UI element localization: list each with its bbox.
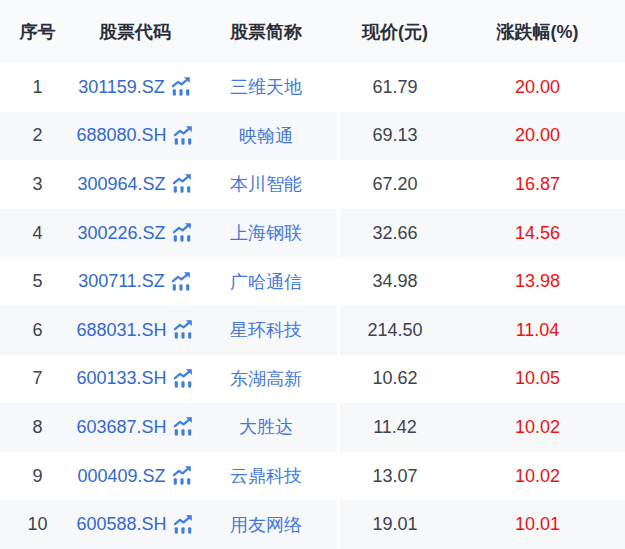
header-seq: 序号 (0, 0, 75, 63)
change-cell: 16.87 (450, 160, 625, 209)
header-name: 股票简称 (195, 0, 337, 63)
change-cell: 20.00 (450, 112, 625, 161)
stock-name-link[interactable]: 本川智能 (195, 160, 337, 209)
header-change: 涨跌幅(%) (450, 0, 625, 63)
stock-code-link[interactable]: 600588.SH (76, 514, 166, 535)
trend-chart-icon[interactable] (170, 75, 192, 97)
trend-chart-icon[interactable] (172, 124, 194, 146)
price-cell: 214.50 (340, 306, 450, 355)
code-cell: 603687.SH (75, 403, 195, 452)
change-cell: 10.02 (450, 403, 625, 452)
stock-code-link[interactable]: 300711.SZ (78, 271, 165, 292)
stock-code-link[interactable]: 000409.SZ (77, 466, 165, 487)
price-cell: 32.66 (340, 209, 450, 258)
stock-name-link[interactable]: 大胜达 (195, 403, 337, 452)
code-cell: 600588.SH (75, 500, 195, 549)
trend-chart-icon[interactable] (171, 172, 193, 194)
seq-cell: 10 (0, 500, 75, 549)
stock-code-link[interactable]: 688031.SH (76, 320, 166, 341)
table-row: 1 301159.SZ 三维天地 61.79 20.00 (0, 63, 625, 112)
price-cell: 34.98 (340, 257, 450, 306)
stock-name-link[interactable]: 东湖高新 (195, 355, 337, 404)
table-row: 10 600588.SH 用友网络 19.01 10.01 (0, 500, 625, 549)
stock-name-link[interactable]: 星环科技 (195, 306, 337, 355)
table-header: 序号 股票代码 股票简称 现价(元) 涨跌幅(%) (0, 0, 625, 63)
trend-chart-icon[interactable] (172, 367, 194, 389)
change-cell: 10.05 (450, 355, 625, 404)
stock-name-link[interactable]: 三维天地 (195, 63, 337, 112)
price-cell: 11.42 (340, 403, 450, 452)
seq-cell: 6 (0, 306, 75, 355)
stock-name-link[interactable]: 用友网络 (195, 500, 337, 549)
code-cell: 688080.SH (75, 112, 195, 161)
stock-name-link[interactable]: 上海钢联 (195, 209, 337, 258)
price-cell: 69.13 (340, 112, 450, 161)
seq-cell: 4 (0, 209, 75, 258)
stock-name-link[interactable]: 广哈通信 (195, 257, 337, 306)
trend-chart-icon[interactable] (172, 415, 194, 437)
trend-chart-icon[interactable] (172, 513, 194, 535)
header-code: 股票代码 (75, 0, 195, 63)
change-cell: 11.04 (450, 306, 625, 355)
stock-code-link[interactable]: 301159.SZ (78, 77, 165, 98)
code-cell: 600133.SH (75, 355, 195, 404)
seq-cell: 9 (0, 452, 75, 501)
trend-chart-icon[interactable] (171, 464, 193, 486)
code-cell: 000409.SZ (75, 452, 195, 501)
price-cell: 13.07 (340, 452, 450, 501)
code-cell: 301159.SZ (75, 63, 195, 112)
stock-code-link[interactable]: 300964.SZ (77, 174, 165, 195)
code-cell: 300226.SZ (75, 209, 195, 258)
stock-ranking-table: 序号 股票代码 股票简称 现价(元) 涨跌幅(%) 1 301159.SZ 三维… (0, 0, 625, 549)
seq-cell: 5 (0, 257, 75, 306)
seq-cell: 1 (0, 63, 75, 112)
code-cell: 300711.SZ (75, 257, 195, 306)
stock-name-link[interactable]: 云鼎科技 (195, 452, 337, 501)
seq-cell: 2 (0, 112, 75, 161)
seq-cell: 3 (0, 160, 75, 209)
change-cell: 14.56 (450, 209, 625, 258)
table-row: 5 300711.SZ 广哈通信 34.98 13.98 (0, 257, 625, 306)
table-row: 9 000409.SZ 云鼎科技 13.07 10.02 (0, 452, 625, 501)
table-body: 1 301159.SZ 三维天地 61.79 20.00 2 688080.SH (0, 63, 625, 549)
change-cell: 13.98 (450, 257, 625, 306)
table-row: 8 603687.SH 大胜达 11.42 10.02 (0, 403, 625, 452)
table-row: 7 600133.SH 东湖高新 10.62 10.05 (0, 355, 625, 404)
seq-cell: 7 (0, 355, 75, 404)
price-cell: 19.01 (340, 500, 450, 549)
trend-chart-icon[interactable] (172, 318, 194, 340)
code-cell: 300964.SZ (75, 160, 195, 209)
stock-code-link[interactable]: 300226.SZ (77, 223, 165, 244)
stock-name-link[interactable]: 映翰通 (195, 112, 337, 161)
trend-chart-icon[interactable] (171, 221, 193, 243)
change-cell: 10.02 (450, 452, 625, 501)
change-cell: 20.00 (450, 63, 625, 112)
stock-code-link[interactable]: 600133.SH (76, 368, 166, 389)
table-row: 2 688080.SH 映翰通 69.13 20.00 (0, 112, 625, 161)
seq-cell: 8 (0, 403, 75, 452)
stock-code-link[interactable]: 688080.SH (76, 125, 166, 146)
price-cell: 10.62 (340, 355, 450, 404)
price-cell: 67.20 (340, 160, 450, 209)
table-row: 6 688031.SH 星环科技 214.50 11.04 (0, 306, 625, 355)
stock-code-link[interactable]: 603687.SH (76, 417, 166, 438)
table-row: 4 300226.SZ 上海钢联 32.66 14.56 (0, 209, 625, 258)
table-row: 3 300964.SZ 本川智能 67.20 16.87 (0, 160, 625, 209)
trend-chart-icon[interactable] (170, 270, 192, 292)
code-cell: 688031.SH (75, 306, 195, 355)
change-cell: 10.01 (450, 500, 625, 549)
price-cell: 61.79 (340, 63, 450, 112)
header-price: 现价(元) (340, 0, 450, 63)
